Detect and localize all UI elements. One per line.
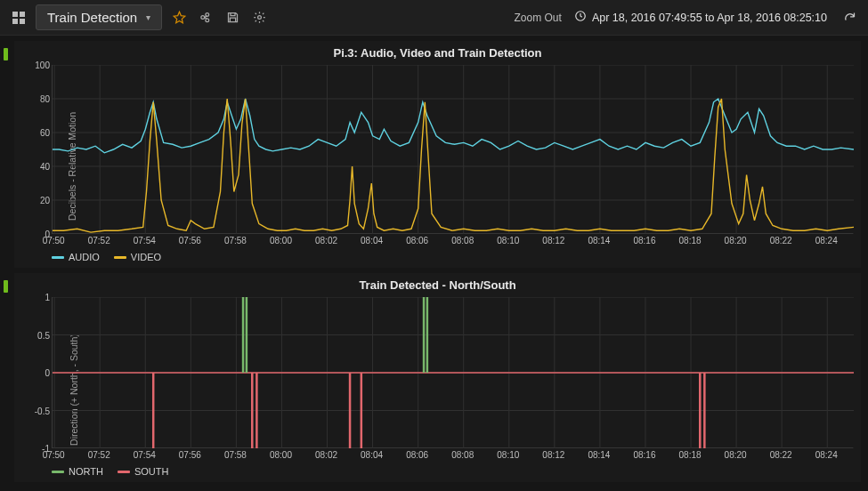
- swatch-north: [52, 471, 64, 473]
- top-toolbar: Train Detection ▾ Zoom Out Apr 18, 2016 …: [0, 0, 868, 36]
- legend-north-label: NORTH: [69, 466, 103, 477]
- panel-train-detected: Train Detected - North/South Direction (…: [0, 273, 868, 482]
- panel-accent-stripe: [4, 280, 8, 293]
- legend-north[interactable]: NORTH: [52, 466, 103, 477]
- toolbar-left: Train Detection ▾: [9, 4, 507, 30]
- panel2-title: Train Detected - North/South: [14, 273, 861, 294]
- svg-rect-1: [20, 12, 25, 17]
- chart1-legend: AUDIO VIDEO: [52, 248, 852, 268]
- timerange-text: Apr 18, 2016 07:49:55 to Apr 18, 2016 08…: [592, 12, 827, 24]
- timerange-picker[interactable]: Apr 18, 2016 07:49:55 to Apr 18, 2016 08…: [574, 10, 827, 25]
- clock-icon: [574, 10, 587, 25]
- chart2-plot: [52, 297, 853, 448]
- chevron-down-icon: ▾: [146, 12, 150, 22]
- toolbar-right: Zoom Out Apr 18, 2016 07:49:55 to Apr 18…: [515, 8, 859, 28]
- star-icon[interactable]: [169, 8, 189, 28]
- swatch-south: [118, 471, 130, 473]
- legend-audio[interactable]: AUDIO: [52, 252, 100, 262]
- legend-south[interactable]: SOUTH: [118, 466, 169, 477]
- legend-video-label: VIDEO: [131, 252, 161, 262]
- save-icon[interactable]: [223, 8, 242, 28]
- chart2-xaxis: 07:5007:5207:5407:5607:5808:0008:0208:04…: [52, 448, 852, 463]
- share-icon[interactable]: [196, 8, 215, 28]
- dashboard-picker-button[interactable]: Train Detection ▾: [36, 4, 162, 30]
- chart1-xaxis: 07:5007:5207:5407:5607:5808:0008:0208:04…: [52, 234, 852, 248]
- dashboard-title: Train Detection: [47, 10, 137, 25]
- svg-rect-2: [12, 19, 18, 24]
- grid-icon[interactable]: [9, 8, 28, 28]
- swatch-audio: [52, 256, 64, 259]
- swatch-video: [114, 256, 126, 259]
- svg-rect-3: [20, 19, 25, 24]
- refresh-icon[interactable]: [840, 8, 859, 28]
- panel-audio-video: Pi.3: Audio, Video and Train Detection D…: [0, 41, 868, 268]
- panel1-title: Pi.3: Audio, Video and Train Detection: [14, 41, 861, 61]
- zoom-out-button[interactable]: Zoom Out: [515, 12, 562, 24]
- legend-south-label: SOUTH: [134, 466, 169, 477]
- gear-icon[interactable]: [249, 8, 269, 28]
- legend-audio-label: AUDIO: [69, 252, 100, 262]
- chart2-area[interactable]: Direction (+ North, - South) -1-0.500.51…: [52, 297, 852, 482]
- chart1-plot: [52, 65, 853, 234]
- chart2-legend: NORTH SOUTH: [52, 463, 852, 482]
- legend-video[interactable]: VIDEO: [114, 252, 161, 262]
- panel-accent-stripe: [4, 48, 8, 60]
- svg-point-4: [257, 16, 261, 20]
- chart1-area[interactable]: Decibels - Relative Motion 020406080100 …: [52, 65, 852, 268]
- svg-rect-0: [12, 12, 18, 17]
